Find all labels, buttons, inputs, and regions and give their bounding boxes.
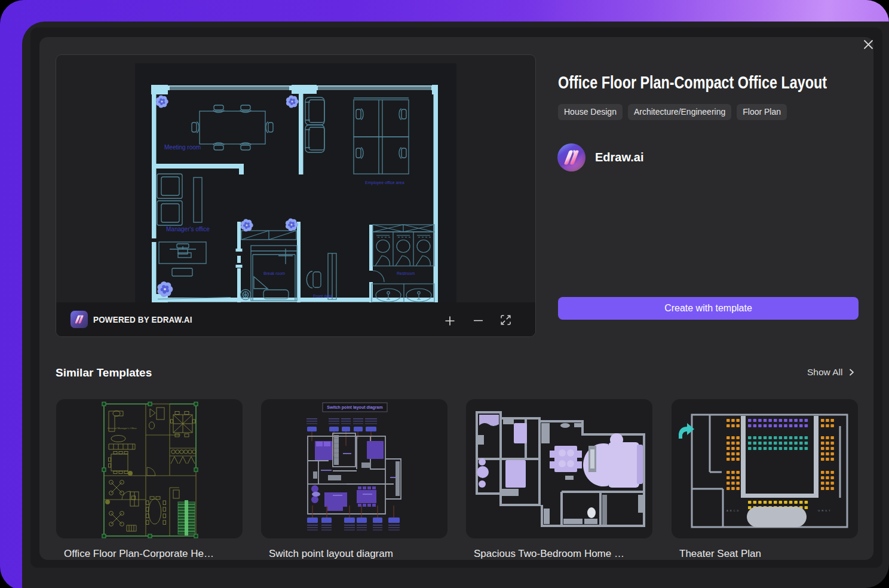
svg-text:Meeting room: Meeting room: [164, 144, 201, 151]
svg-text:GRST: GRST: [818, 509, 832, 512]
svg-text:ABCD: ABCD: [726, 509, 741, 512]
svg-text:Switch point layout diagram: Switch point layout diagram: [327, 405, 382, 410]
svg-text:General Manager's Office: General Manager's Office: [108, 427, 137, 430]
svg-text:Break room: Break room: [263, 271, 285, 275]
svg-text:Restroom: Restroom: [397, 271, 415, 275]
svg-text:Front desk: Front desk: [313, 294, 333, 298]
svg-text:Employee office area: Employee office area: [365, 180, 404, 185]
svg-text:Manager's office: Manager's office: [166, 226, 210, 232]
